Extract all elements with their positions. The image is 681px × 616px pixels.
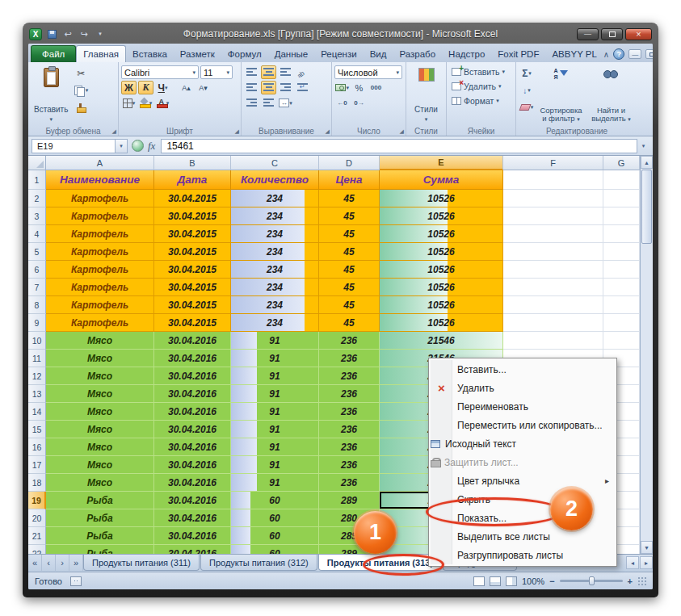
row-header-6[interactable]: 6 [28, 261, 46, 279]
row-header-17[interactable]: 17 [28, 456, 46, 474]
restore-button[interactable] [601, 28, 623, 40]
vertical-scrollbar-thumb[interactable] [641, 170, 652, 244]
increase-indent-button[interactable] [261, 96, 276, 110]
ribbon-tab[interactable]: Рецензи [314, 45, 363, 62]
zoom-in-button[interactable]: + [628, 576, 633, 586]
ribbon-tab[interactable]: Вид [364, 45, 393, 62]
thousands-format-button[interactable]: 000 [368, 81, 384, 94]
cut-button[interactable]: ✂ [73, 66, 89, 81]
row-header-16[interactable]: 16 [28, 438, 46, 456]
sheet-tab[interactable]: Продукты питания (311) [83, 555, 200, 571]
tab-last-icon[interactable]: » [69, 555, 83, 571]
row-header-10[interactable]: 10 [28, 332, 46, 350]
row-header-13[interactable]: 13 [28, 385, 46, 403]
menu-item[interactable]: Разгруппировать листы [431, 546, 615, 564]
close-button[interactable]: × [625, 28, 652, 40]
grow-font-button[interactable]: А▴ [179, 81, 194, 94]
menu-item[interactable]: Переместить или скопировать... [431, 416, 615, 434]
dialog-launcher-icon[interactable]: ◢ [112, 128, 116, 134]
menu-item[interactable]: Цвет ярлычка▸ [431, 471, 615, 490]
decrease-indent-button[interactable] [244, 96, 259, 110]
fill-color-button[interactable]: ▾ [138, 96, 153, 110]
font-name-combo[interactable]: Calibri▾ [121, 65, 199, 79]
row-header-22[interactable]: 22 [28, 545, 46, 554]
decrease-decimal-button[interactable]: 0→ [351, 96, 367, 110]
font-color-button[interactable]: ▾ [155, 96, 170, 110]
tab-first-icon[interactable]: « [28, 555, 42, 571]
dialog-launcher-icon[interactable]: ◢ [235, 128, 239, 134]
column-header-G[interactable]: G [603, 156, 640, 170]
ribbon-tab[interactable]: Вставка [126, 45, 174, 62]
row-header-19[interactable]: 19 [28, 492, 46, 509]
scroll-up-icon[interactable]: ▲ [641, 156, 653, 169]
horizontal-scrollbar[interactable]: ◂ ▸ [625, 555, 653, 571]
zoom-slider[interactable] [560, 580, 623, 582]
row-header-4[interactable]: 4 [28, 225, 46, 243]
minimize-button[interactable]: — [577, 28, 599, 40]
format-painter-button[interactable] [73, 100, 89, 115]
undo-button[interactable]: ↩ [61, 27, 74, 40]
vertical-scrollbar-track[interactable] [641, 245, 653, 541]
align-left-button[interactable] [244, 81, 259, 94]
clear-button[interactable]: ▾ [519, 100, 535, 115]
menu-item[interactable]: Исходный текст [431, 434, 615, 453]
sort-filter-button[interactable]: АЯ Сортировка и фильтр ▾ [536, 65, 586, 125]
ribbon-tab[interactable]: Данные [268, 45, 315, 62]
name-box[interactable]: E19 [32, 139, 116, 153]
save-button[interactable] [45, 27, 58, 40]
align-middle-button[interactable] [261, 65, 276, 79]
fill-button[interactable]: ↓▾ [519, 83, 535, 98]
row-header-11[interactable]: 11 [28, 350, 46, 367]
font-size-combo[interactable]: 11▾ [200, 65, 233, 79]
row-header-5[interactable]: 5 [28, 243, 46, 261]
bold-button[interactable]: Ж [121, 81, 137, 94]
select-all-corner[interactable] [28, 156, 46, 170]
copy-button[interactable]: ▾ [73, 83, 89, 98]
vertical-scrollbar[interactable]: ▲ ▼ [640, 156, 653, 554]
row-header-14[interactable]: 14 [28, 403, 46, 421]
scroll-down-icon[interactable]: ▼ [641, 541, 653, 554]
shrink-font-button[interactable]: А▾ [195, 81, 211, 94]
wrap-text-button[interactable] [295, 81, 310, 94]
currency-format-button[interactable]: ▾ [334, 81, 350, 94]
orientation-button[interactable] [295, 65, 310, 79]
column-header-C[interactable]: C [231, 156, 319, 170]
redo-button[interactable]: ↪ [78, 27, 90, 40]
align-right-button[interactable] [278, 81, 293, 94]
column-header-B[interactable]: B [154, 156, 231, 170]
row-header-2[interactable]: 2 [28, 190, 46, 207]
align-bottom-button[interactable] [278, 65, 293, 79]
column-header-E[interactable]: E [380, 156, 503, 170]
qat-dropdown-icon[interactable]: ▾ [94, 27, 107, 40]
autosum-button[interactable]: Σ▾ [519, 66, 535, 81]
find-select-button[interactable]: Найти и выделить ▾ [587, 65, 635, 125]
ribbon-tab[interactable]: Разрабо [393, 45, 442, 62]
percent-format-button[interactable]: % [351, 81, 367, 94]
dialog-launcher-icon[interactable]: ◢ [400, 128, 404, 134]
row-header-8[interactable]: 8 [28, 296, 46, 314]
menu-item[interactable]: Удалить [431, 379, 615, 397]
merge-center-button[interactable]: ↔▾ [278, 96, 293, 110]
insert-function-button[interactable]: fx [148, 140, 155, 153]
ribbon-tab[interactable]: ABBYY PL [545, 45, 603, 62]
expand-formula-bar-icon[interactable]: ▾ [637, 139, 649, 153]
ribbon-tab[interactable]: Foxit PDF [491, 45, 545, 62]
excel-logo-icon[interactable]: X [29, 28, 42, 40]
tab-next-icon[interactable]: › [56, 555, 69, 571]
row-header-9[interactable]: 9 [28, 314, 46, 332]
ribbon-tab[interactable]: Надстро [442, 45, 491, 62]
number-format-combo[interactable]: Числовой▾ [334, 65, 402, 79]
row-header-12[interactable]: 12 [28, 367, 46, 385]
ribbon-tab[interactable]: Формул [221, 45, 268, 62]
row-header-15[interactable]: 15 [28, 421, 46, 438]
view-page-layout-icon[interactable] [490, 576, 501, 586]
menu-item[interactable]: Вставить... [431, 360, 615, 379]
tab-file[interactable]: Файл [31, 45, 76, 62]
format-cells-button[interactable]: Формат▾ [449, 94, 513, 108]
row-header-21[interactable]: 21 [28, 527, 46, 545]
align-center-button[interactable] [261, 81, 276, 94]
insert-cells-button[interactable]: Вставить▾ [449, 65, 513, 79]
italic-button[interactable]: К [138, 81, 153, 94]
view-normal-icon[interactable] [473, 576, 485, 586]
row-header-18[interactable]: 18 [28, 474, 46, 492]
